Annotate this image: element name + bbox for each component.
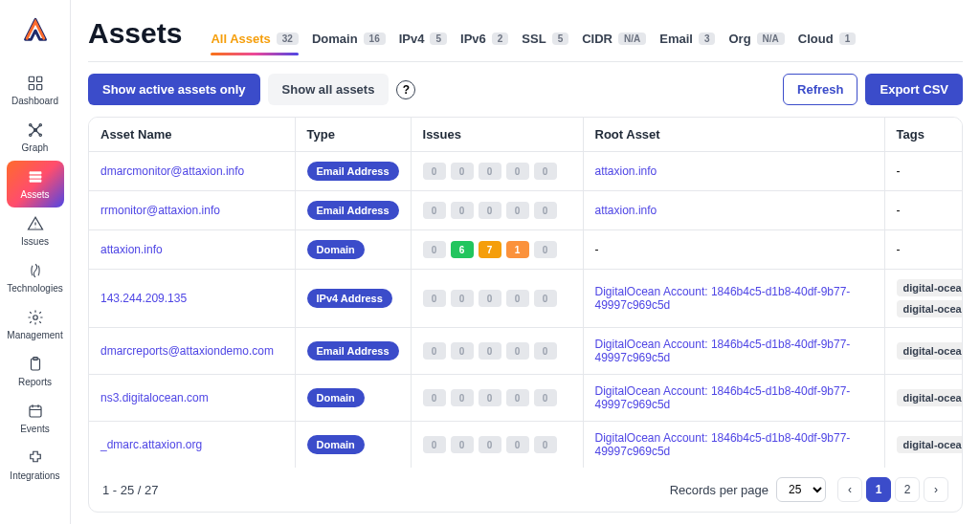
column-header[interactable]: Type — [295, 118, 411, 152]
page-button-1[interactable]: 1 — [866, 477, 891, 502]
asset-name-link[interactable]: rrmonitor@attaxion.info — [100, 204, 220, 217]
issue-count[interactable]: 7 — [479, 241, 501, 258]
issue-count[interactable]: 0 — [534, 202, 557, 219]
issue-count[interactable]: 0 — [479, 202, 501, 219]
issue-count[interactable]: 0 — [534, 290, 557, 307]
root-asset-link[interactable]: DigitalOcean Account: 1846b4c5-d1b8-40df… — [595, 285, 851, 312]
root-asset-empty: - — [583, 230, 884, 270]
issue-count[interactable]: 0 — [451, 163, 474, 180]
asset-name-link[interactable]: ns3.digitalocean.com — [100, 391, 209, 404]
refresh-button[interactable]: Refresh — [783, 74, 858, 105]
issue-count[interactable]: 0 — [479, 163, 501, 180]
issue-count[interactable]: 0 — [451, 389, 474, 406]
tab-ipv4[interactable]: IPv45 — [399, 26, 447, 52]
root-asset-link[interactable]: attaxion.info — [595, 164, 657, 178]
root-asset-link[interactable]: DigitalOcean Account: 1846b4c5-d1b8-40df… — [595, 384, 851, 411]
column-header[interactable]: Root Asset — [583, 118, 884, 152]
issue-count[interactable]: 0 — [479, 389, 501, 406]
sidebar-item-management[interactable]: Management — [7, 301, 64, 348]
help-icon[interactable]: ? — [396, 80, 415, 99]
root-asset-link[interactable]: DigitalOcean Account: 1846b4c5-d1b8-40df… — [595, 431, 851, 458]
asset-type-pill: Domain — [307, 388, 365, 407]
asset-tag[interactable]: digital-ocean-dns-zo — [897, 389, 962, 406]
root-asset-link[interactable]: DigitalOcean Account: 1846b4c5-d1b8-40df… — [595, 338, 851, 364]
issue-count[interactable]: 0 — [506, 389, 529, 406]
issue-count[interactable]: 0 — [534, 241, 557, 258]
issue-count[interactable]: 0 — [506, 202, 529, 219]
issue-count[interactable]: 0 — [451, 436, 474, 453]
sidebar-item-graph[interactable]: Graph — [7, 114, 64, 161]
records-per-page-select[interactable]: 25 — [776, 477, 826, 502]
page-prev-button[interactable]: ‹ — [837, 477, 862, 502]
table-row: dmarcmonitor@attaxion.infoEmail Address0… — [89, 152, 962, 191]
column-header[interactable]: Tags — [884, 118, 962, 152]
sidebar-item-events[interactable]: Events — [7, 395, 64, 442]
tab-count: 32 — [277, 33, 299, 45]
asset-tag[interactable]: digital-ocean-dns-zo — [897, 300, 962, 317]
issue-count[interactable]: 0 — [506, 290, 529, 307]
asset-tag[interactable]: digital-ocean-dns-zo — [897, 342, 962, 360]
sidebar-item-issues[interactable]: Issues — [7, 207, 64, 254]
page-next-button[interactable]: › — [924, 477, 948, 502]
asset-name-link[interactable]: attaxion.info — [100, 243, 163, 256]
asset-name-link[interactable]: dmarcmonitor@attaxion.info — [100, 164, 244, 178]
issue-count[interactable]: 0 — [423, 290, 446, 307]
show-all-button[interactable]: Show all assets — [268, 74, 390, 105]
issue-count[interactable]: 0 — [534, 342, 557, 360]
issue-count[interactable]: 0 — [423, 436, 446, 453]
issue-count[interactable]: 0 — [479, 436, 501, 453]
issue-count[interactable]: 0 — [534, 389, 557, 406]
sidebar-item-technologies[interactable]: Technologies — [7, 254, 64, 301]
issue-count[interactable]: 0 — [423, 342, 446, 360]
sidebar-item-integrations[interactable]: Integrations — [7, 442, 64, 489]
tab-cloud[interactable]: Cloud1 — [798, 26, 856, 52]
sidebar-item-reports[interactable]: Reports — [7, 348, 64, 395]
table-row: 143.244.209.135IPv4 Address00000DigitalO… — [89, 270, 962, 328]
tab-domain[interactable]: Domain16 — [312, 26, 386, 52]
issue-count[interactable]: 1 — [506, 241, 529, 258]
show-active-button[interactable]: Show active assets only — [88, 74, 260, 105]
issue-count[interactable]: 0 — [506, 436, 529, 453]
tab-count: 5 — [552, 33, 569, 45]
issue-count[interactable]: 6 — [451, 241, 474, 258]
issue-count[interactable]: 0 — [451, 202, 474, 219]
tab-count: N/A — [757, 33, 785, 45]
sidebar-item-assets[interactable]: Assets — [7, 161, 64, 207]
issue-count[interactable]: 0 — [423, 241, 446, 258]
column-header[interactable]: Issues — [411, 118, 583, 152]
sidebar-item-label: Technologies — [7, 283, 62, 294]
issue-count[interactable]: 0 — [506, 342, 529, 360]
root-asset-link[interactable]: attaxion.info — [595, 204, 657, 217]
issue-count[interactable]: 0 — [423, 389, 446, 406]
issue-count[interactable]: 0 — [479, 290, 501, 307]
asset-name-link[interactable]: _dmarc.attaxion.org — [100, 438, 202, 451]
asset-tag[interactable]: digital-ocean-dns-zo — [897, 436, 962, 453]
issue-count[interactable]: 0 — [534, 436, 557, 453]
table-row: _dmarc.attaxion.orgDomain00000DigitalOce… — [89, 422, 962, 469]
tab-all-assets[interactable]: All Assets32 — [211, 26, 299, 52]
tab-label: Cloud — [798, 32, 834, 46]
asset-name-link[interactable]: 143.244.209.135 — [100, 292, 187, 305]
tab-email[interactable]: Email3 — [659, 26, 715, 52]
tab-ssl[interactable]: SSL5 — [522, 26, 568, 52]
table-scroll[interactable]: Asset NameTypeIssuesRoot AssetTags dmarc… — [89, 118, 962, 468]
tab-label: IPv4 — [399, 32, 425, 46]
issue-count[interactable]: 0 — [423, 202, 446, 219]
asset-name-link[interactable]: dmarcreports@attaxiondemo.com — [100, 344, 274, 358]
issue-count[interactable]: 0 — [423, 163, 446, 180]
issue-count[interactable]: 0 — [534, 163, 557, 180]
column-header[interactable]: Asset Name — [89, 118, 295, 152]
issue-count[interactable]: 0 — [451, 290, 474, 307]
records-per-page-label: Records per page — [670, 483, 768, 497]
issue-count[interactable]: 0 — [506, 163, 529, 180]
sidebar-item-dashboard[interactable]: Dashboard — [7, 67, 64, 114]
issue-count[interactable]: 0 — [479, 342, 501, 360]
tab-org[interactable]: OrgN/A — [728, 26, 784, 52]
asset-tag[interactable]: digital-ocean-reserv — [897, 279, 962, 296]
export-csv-button[interactable]: Export CSV — [865, 74, 963, 105]
page-button-2[interactable]: 2 — [895, 477, 920, 502]
issue-count[interactable]: 0 — [451, 342, 474, 360]
tab-ipv6[interactable]: IPv62 — [460, 26, 508, 52]
asset-type-pill: IPv4 Address — [307, 289, 392, 308]
tab-cidr[interactable]: CIDRN/A — [582, 26, 646, 52]
